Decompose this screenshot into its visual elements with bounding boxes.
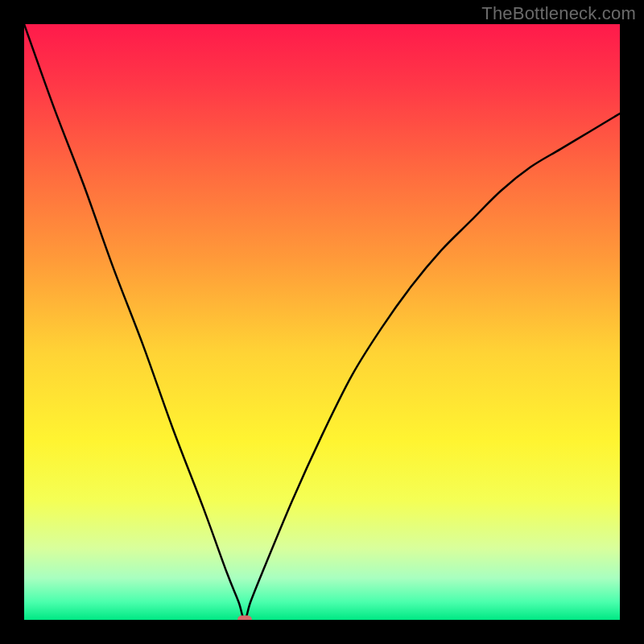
gradient-background bbox=[24, 24, 620, 620]
chart-frame: TheBottleneck.com bbox=[0, 0, 644, 644]
plot-area bbox=[24, 24, 620, 620]
minimum-marker bbox=[237, 616, 252, 621]
watermark-text: TheBottleneck.com bbox=[481, 3, 636, 24]
chart-svg bbox=[24, 24, 620, 620]
